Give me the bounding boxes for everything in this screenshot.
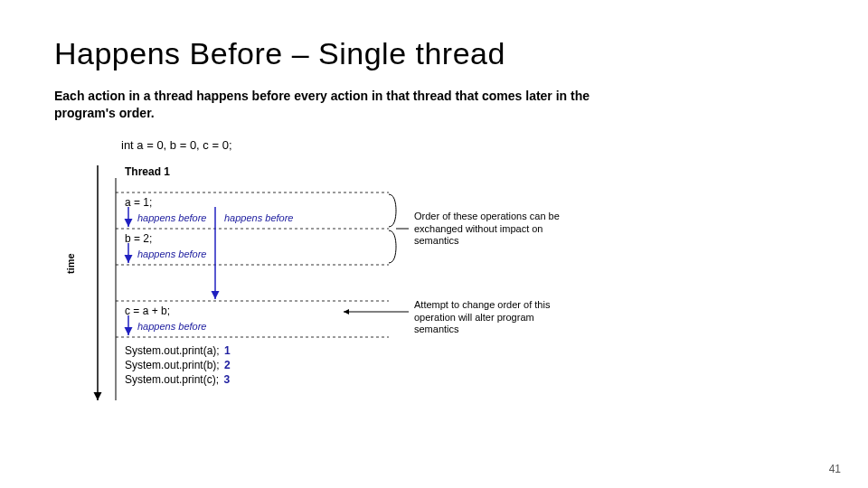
slide-title: Happens Before – Single thread [54,36,814,71]
stmt-c: c = a + b; [125,305,170,317]
hb-2: happens before [137,249,206,259]
out-a: System.out.print(a); 1 [125,344,231,357]
annotation-fixed: Attempt to change order of this operatio… [414,299,568,336]
out-c-code: System.out.print(c); [125,373,219,386]
stmt-a: a = 1; [125,196,152,209]
slide-subtitle: Each action in a thread happens before e… [54,88,597,122]
out-a-code: System.out.print(a); [125,344,220,357]
stmt-b: b = 2; [125,232,152,245]
annotation-reorder: Order of these operations can be exchang… [414,211,568,248]
out-a-val: 1 [224,344,231,357]
out-b-val: 2 [224,359,231,371]
hb-long: happens before [224,212,293,223]
out-b-code: System.out.print(b); [125,359,220,371]
time-axis-label: time [65,253,76,274]
page-number: 41 [829,463,841,475]
thread-label: Thread 1 [125,165,170,178]
out-b: System.out.print(b); 2 [125,359,231,371]
out-c: System.out.print(c); 3 [125,373,230,386]
hb-3: happens before [137,321,206,332]
declaration-line: int a = 0, b = 0, c = 0; [121,138,232,152]
timeline-diagram: time int a = 0, b = 0, c = 0; Thread 1 a… [72,138,579,409]
hb-1: happens before [137,212,206,223]
out-c-val: 3 [223,373,230,386]
